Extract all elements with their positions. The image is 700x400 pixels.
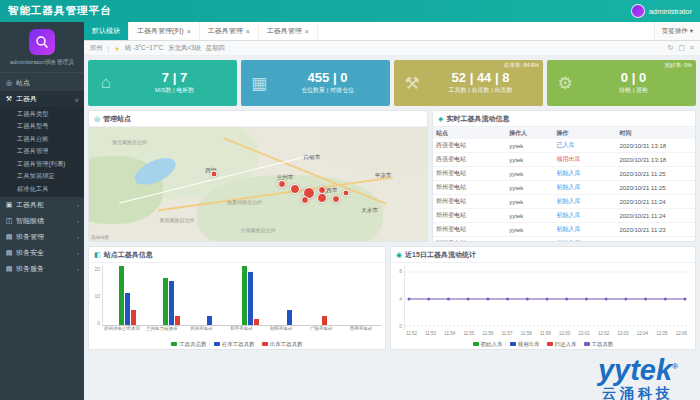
fullscreen-icon[interactable]: ▢: [678, 44, 685, 52]
sidebar-item[interactable]: ▣工器具柜›: [0, 197, 84, 213]
x-tick-label: 12:01: [578, 331, 589, 339]
sidebar-item[interactable]: ◫智能眼镜›: [0, 213, 84, 229]
bar[interactable]: [322, 316, 327, 325]
sidebar-subitem[interactable]: 工器具类型: [0, 108, 84, 121]
table-row[interactable]: 郑州变电站yytek初始入库2020/10/21 11:24: [433, 209, 695, 223]
sidebar-subitem[interactable]: 工器具台账: [0, 133, 84, 146]
map-marker[interactable]: [342, 190, 349, 197]
cell-time: 2020/10/31 13:18: [616, 143, 695, 149]
legend-item[interactable]: 出库工器具数: [262, 341, 303, 348]
x-tick-label: 11:53: [425, 331, 436, 339]
profile-avatar[interactable]: [29, 29, 55, 55]
table-row[interactable]: 郑州变电站yytek初始入库2020/10/21 11:23: [433, 237, 695, 241]
flow-header: 站点操作人操作时间: [433, 127, 695, 139]
map-marker[interactable]: [290, 184, 300, 194]
stat-card[interactable]: 完好率: 0% ⚙ 0 | 0 待检 | 巡检: [547, 60, 696, 106]
table-row[interactable]: 西强变电站yytek已入库2020/10/31 13:18: [433, 139, 695, 153]
sidebar-subitem[interactable]: 工具加装绑定: [0, 171, 84, 184]
close-icon[interactable]: ×: [305, 28, 309, 35]
bar[interactable]: [248, 272, 253, 325]
close-icon[interactable]: ×: [246, 28, 250, 35]
menu-icon[interactable]: ≡: [690, 44, 694, 52]
username: administrator: [649, 7, 692, 16]
cell-operator: yytek: [506, 227, 553, 233]
table-row[interactable]: 郑州变电站yytek初始入库2020/10/21 11:25: [433, 181, 695, 195]
table-row[interactable]: 郑州变电站yytek初始入库2020/10/21 11:24: [433, 195, 695, 209]
registered-mark: ®: [672, 362, 678, 371]
category-label: 和平变电站: [223, 326, 259, 339]
map-marker[interactable]: [332, 195, 340, 203]
tab-actions-button[interactable]: 页签操作 ▾: [654, 22, 700, 40]
sidebar-item[interactable]: ⚒工器具∨: [0, 91, 84, 107]
bar-legend: 工器具总数在库工器具数出库工器具数: [89, 339, 385, 349]
legend-item[interactable]: 归还入库: [547, 341, 577, 348]
table-row[interactable]: 郑州变电站yytek初始入库2020/10/21 11:23: [433, 223, 695, 237]
grid-icon: ▦: [247, 73, 271, 94]
bar[interactable]: [242, 266, 247, 325]
map-marker[interactable]: [301, 196, 309, 204]
map-marker[interactable]: [278, 180, 286, 188]
folder-icon: ▤: [5, 265, 13, 273]
map-marker[interactable]: [211, 170, 218, 177]
table-row[interactable]: 郑州变电站yytek初始入库2020/10/21 11:25: [433, 167, 695, 181]
bar[interactable]: [254, 319, 259, 325]
middle-row: ◎ 管理站点 高德地图 海北藏族自治州西宁白银市兰州市临夏回族自治州定西市平凉市…: [88, 110, 696, 242]
gear-icon: ⚙: [553, 73, 577, 94]
stat-card[interactable]: ⌂ 7 | 7 M/S数 | 电柜数: [88, 60, 237, 106]
map-marker[interactable]: [318, 186, 326, 194]
legend-item[interactable]: 初始入库: [473, 341, 503, 348]
legend-item[interactable]: 领用出库: [510, 341, 540, 348]
sun-icon: ☀: [114, 45, 120, 52]
bar[interactable]: [131, 310, 136, 325]
sidebar-item-label: 工器具: [16, 94, 72, 104]
chevron-icon: ›: [77, 234, 79, 240]
sidebar-item[interactable]: ▤班务安全›: [0, 245, 84, 261]
bar[interactable]: [207, 316, 212, 325]
legend-item[interactable]: 工器具总数: [171, 341, 207, 348]
map-canvas[interactable]: 高德地图 海北藏族自治州西宁白银市兰州市临夏回族自治州定西市平凉市天水市黄南藏族…: [89, 127, 427, 241]
sidebar-subitem[interactable]: 标准化工具: [0, 183, 84, 196]
sidebar-subitem[interactable]: 工器具型号: [0, 121, 84, 134]
tab[interactable]: 默认模块: [84, 22, 129, 40]
tab[interactable]: 工器具管理×: [259, 22, 318, 40]
legend-item[interactable]: 在库工器具数: [214, 341, 255, 348]
bar[interactable]: [125, 293, 130, 325]
map-panel: ◎ 管理站点 高德地图 海北藏族自治州西宁白银市兰州市临夏回族自治州定西市平凉市…: [88, 110, 428, 242]
bar[interactable]: [163, 278, 168, 325]
stat-card[interactable]: ▦ 455 | 0 仓位数量 | 对接仓位: [241, 60, 390, 106]
bar[interactable]: [169, 281, 174, 325]
stat-card[interactable]: 在库率: 84.6% ⚒ 52 | 44 | 8 工具数 | 在库数 | 出库数: [394, 60, 543, 106]
card-body: 0 | 0 待检 | 巡检: [577, 71, 690, 95]
header-user-menu[interactable]: administrator: [631, 4, 692, 18]
axis-tick: 10: [94, 293, 100, 299]
sidebar-item[interactable]: ◎站点: [0, 75, 84, 91]
sidebar-item-label: 班务管理: [16, 232, 74, 242]
bar[interactable]: [287, 310, 292, 325]
chevron-icon: ›: [77, 250, 79, 256]
tab[interactable]: 工器具管理(列)×: [129, 22, 200, 40]
sidebar-subitem[interactable]: 工器具管理(列表): [0, 158, 84, 171]
brand-text: yytek: [598, 354, 672, 386]
column-header: 操作: [554, 129, 617, 138]
table-row[interactable]: 西强变电站yytek领用出库2020/10/31 13:18: [433, 153, 695, 167]
sidebar-subitem[interactable]: 工器具管理: [0, 146, 84, 159]
map-marker[interactable]: [317, 193, 327, 203]
tab[interactable]: 工器具管理×: [200, 22, 259, 40]
weather-text: 晴 -3°C~17°C: [125, 44, 163, 53]
tab-label: 默认模块: [92, 26, 120, 36]
x-tick-label: 11:56: [483, 331, 494, 339]
category-label: 郑州变电站: [184, 326, 220, 339]
sidebar-item[interactable]: ▤班务服务›: [0, 261, 84, 277]
legend-item[interactable]: 工器具数: [584, 341, 614, 348]
cell-action: 初始入库: [554, 183, 617, 192]
cell-action: 初始入库: [554, 197, 617, 206]
bar[interactable]: [175, 316, 180, 325]
refresh-icon[interactable]: ↻: [667, 44, 673, 52]
sidebar-item[interactable]: ▤班务管理›: [0, 229, 84, 245]
bar[interactable]: [119, 266, 124, 325]
close-icon[interactable]: ×: [187, 28, 191, 35]
main-area: 默认模块工器具管理(列)×工器具管理×工器具管理× 页签操作 ▾ 郑州 | ☀ …: [84, 22, 700, 400]
bottom-row: ◧ 站点工器具信息 20100 郑州供电公司本部兰州电力检修班郑州变电站和平变电…: [88, 246, 696, 350]
cell-time: 2020/10/21 11:23: [616, 227, 695, 233]
cell-site: 西强变电站: [433, 141, 506, 150]
